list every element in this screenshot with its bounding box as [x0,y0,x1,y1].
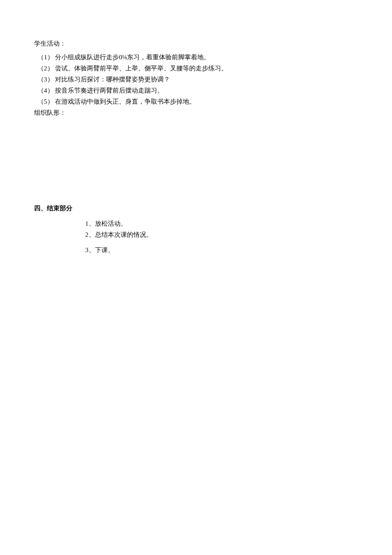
activity-text: 在游戏活动中做到头正、身直，争取书本步掉地。 [55,98,196,105]
end-item-2: 2、总结本次课的情况。 [85,230,358,240]
activity-number: （1） [37,52,54,62]
section-four: 四、结束部分 1、放松活动。 2、总结本次课的情况。 3、下课。 [34,203,358,255]
activity-number: （4） [37,85,54,96]
end-text: 放松活动。 [95,220,127,227]
end-text: 总结本次课的情况。 [95,231,153,238]
activity-item-3: （3） 对比练习后探讨：哪种摆臂姿势更协调？ [37,74,358,84]
end-number: 1 [85,220,89,227]
activity-item-1: （1） 分小组成纵队进行走步0⅛东习，着重体验前脚掌着地。 [37,52,358,62]
activity-item-2: （2） 尝试、体验两臂前平举、上举、侧平举、叉腰等的走步练习。 [37,63,358,73]
end-number: 2 [85,231,89,238]
section-four-heading: 四、结束部分 [34,203,358,213]
formation-label: 组织队形： [34,108,358,118]
student-activities-heading: 学生活动： [34,38,358,49]
student-activities-section: 学生活动： （1） 分小组成纵队进行走步0⅛东习，着重体验前脚掌着地。 （2） … [34,38,358,118]
activity-text: 尝试、体验两臂前平举、上举、侧平举、叉腰等的走步练习。 [55,65,228,72]
activity-number: （2） [37,63,54,73]
activity-text: 对比练习后探讨：哪种摆臂姿势更协调？ [55,76,170,83]
end-item-3: 3、下课。 [85,245,358,255]
activity-number: （5） [37,96,54,107]
activity-text: 分小组成纵队进行走步0⅛东习，着重体验前脚掌着地。 [55,54,210,61]
activity-item-4: （4） 按音乐节奏进行两臂前后摆动走踹习。 [37,85,358,96]
end-sep: 、 [89,231,95,238]
end-item-1: 1、放松活动。 [85,218,358,229]
end-sep: 、 [89,220,95,227]
end-number: 3 [85,247,89,253]
end-text: 下课。 [95,247,114,253]
end-sep: 、 [89,247,95,253]
activity-number: （3） [37,74,54,84]
activity-text: 按音乐节奏进行两臂前后摆动走踹习。 [55,87,164,94]
activity-item-5: （5） 在游戏活动中做到头正、身直，争取书本步掉地。 [37,96,358,107]
end-list: 1、放松活动。 2、总结本次课的情况。 3、下课。 [85,218,358,255]
